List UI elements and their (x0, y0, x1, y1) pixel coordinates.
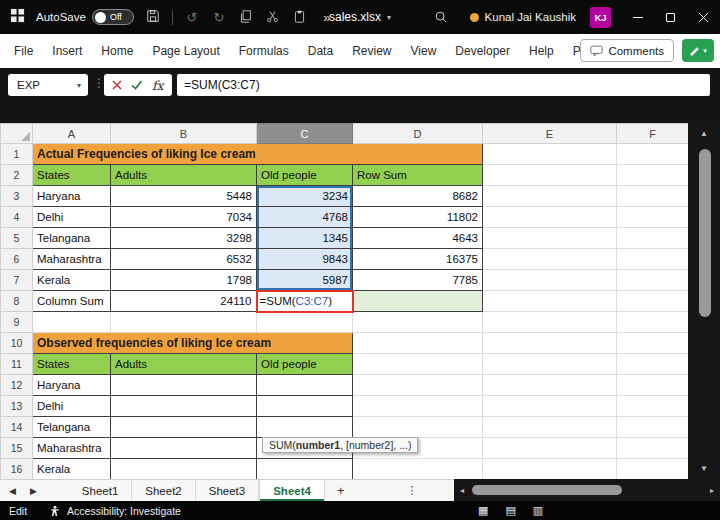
cell[interactable] (353, 396, 483, 417)
paste-clipboard-icon[interactable] (292, 10, 308, 25)
account-avatar[interactable]: KJ (590, 7, 611, 28)
cell[interactable] (617, 417, 689, 438)
close-button[interactable] (687, 0, 720, 34)
cell[interactable] (257, 312, 353, 333)
cell-D8[interactable] (353, 291, 483, 312)
copy-icon[interactable] (238, 10, 254, 25)
cell[interactable] (483, 312, 617, 333)
formula-input[interactable]: =SUM(C3:C7) (177, 74, 710, 96)
scroll-left-icon[interactable]: ◂ (460, 486, 464, 495)
cell-C14[interactable] (257, 417, 353, 438)
cell[interactable] (483, 375, 617, 396)
col-header-A[interactable]: A (33, 124, 111, 144)
cell[interactable] (617, 459, 689, 480)
cell-A14[interactable]: Telangana (33, 417, 111, 438)
cell[interactable] (353, 417, 483, 438)
cell[interactable] (483, 417, 617, 438)
cell[interactable] (483, 249, 617, 270)
cell[interactable] (353, 333, 483, 354)
cell[interactable] (617, 333, 689, 354)
ribbon-tab-view[interactable]: View (411, 44, 437, 58)
tab-overflow-icon[interactable]: ⋮ (399, 480, 426, 501)
t1-header-old-people[interactable]: Old people (257, 165, 353, 186)
cell-C5[interactable]: 1345 (257, 228, 353, 249)
add-sheet-button[interactable]: + (325, 480, 357, 501)
page-layout-view-icon[interactable]: ▤ (505, 505, 515, 516)
cell[interactable] (617, 438, 689, 459)
cell[interactable] (617, 186, 689, 207)
cell-C13[interactable] (257, 396, 353, 417)
cut-scissors-icon[interactable] (265, 10, 281, 25)
cell-B16[interactable] (111, 459, 257, 480)
sheet-tab-sheet4[interactable]: Sheet4 (259, 480, 325, 501)
next-sheet-icon[interactable]: ▶ (30, 486, 37, 496)
col-header-B[interactable]: B (111, 124, 257, 144)
cell-D5[interactable]: 4643 (353, 228, 483, 249)
row-header-16[interactable]: 16 (1, 459, 33, 480)
sheet-tab-sheet1[interactable]: Sheet1 (69, 480, 132, 501)
ribbon-tab-data[interactable]: Data (308, 44, 333, 58)
cell[interactable] (483, 144, 617, 165)
ribbon-tab-review[interactable]: Review (352, 44, 391, 58)
t1-header-states[interactable]: States (33, 165, 111, 186)
cell[interactable] (617, 312, 689, 333)
cell-A3[interactable]: Haryana (33, 186, 111, 207)
cell-C4[interactable]: 4768 (257, 207, 353, 228)
sheet-tab-sheet2[interactable]: Sheet2 (132, 480, 195, 501)
cell[interactable] (483, 459, 617, 480)
cell-B7[interactable]: 1798 (111, 270, 257, 291)
horizontal-scrollbar-thumb[interactable] (472, 485, 622, 495)
row-header-3[interactable]: 3 (1, 186, 33, 207)
row-header-10[interactable]: 10 (1, 333, 33, 354)
col-header-C[interactable]: C (257, 124, 353, 144)
cell[interactable] (353, 375, 483, 396)
ribbon-tab-help[interactable]: Help (529, 44, 554, 58)
cell[interactable] (483, 354, 617, 375)
cell-D3[interactable]: 8682 (353, 186, 483, 207)
cell-D6[interactable]: 16375 (353, 249, 483, 270)
cell-A5[interactable]: Telangana (33, 228, 111, 249)
cell[interactable] (617, 375, 689, 396)
cell-C7[interactable]: 5987 (257, 270, 353, 291)
scroll-up-icon[interactable]: ▲ (688, 129, 720, 138)
cell-A4[interactable]: Delhi (33, 207, 111, 228)
name-box[interactable]: EXP ▾ (8, 74, 88, 96)
cell[interactable] (111, 312, 257, 333)
row-header-5[interactable]: 5 (1, 228, 33, 249)
cell[interactable] (353, 354, 483, 375)
cell-C6[interactable]: 9843 (257, 249, 353, 270)
row-header-6[interactable]: 6 (1, 249, 33, 270)
col-header-F[interactable]: F (617, 124, 689, 144)
banner-observed-frequencies[interactable]: Observed frequencies of liking Ice cream (33, 333, 353, 354)
cell[interactable] (33, 312, 111, 333)
ribbon-tab-insert[interactable]: Insert (52, 44, 82, 58)
row-header-13[interactable]: 13 (1, 396, 33, 417)
cell-C12[interactable] (257, 375, 353, 396)
cell-D7[interactable]: 7785 (353, 270, 483, 291)
cell[interactable] (617, 207, 689, 228)
comments-button[interactable]: Comments (580, 39, 674, 62)
cell[interactable] (483, 270, 617, 291)
insert-function-button[interactable]: fx (152, 78, 164, 93)
scroll-right-icon[interactable]: ▸ (710, 486, 714, 495)
cell[interactable] (617, 228, 689, 249)
t2-header-adults[interactable]: Adults (111, 354, 257, 375)
cell-A15[interactable]: Maharashtra (33, 438, 111, 459)
row-header-15[interactable]: 15 (1, 438, 33, 459)
cell-A16[interactable]: Kerala (33, 459, 111, 480)
ribbon-tab-home[interactable]: Home (101, 44, 133, 58)
cell-B8[interactable]: 24110 (111, 291, 257, 312)
cell-B13[interactable] (111, 396, 257, 417)
normal-view-icon[interactable]: ▦ (478, 505, 488, 516)
t2-header-states[interactable]: States (33, 354, 111, 375)
ribbon-tab-page-layout[interactable]: Page Layout (152, 44, 219, 58)
cell-B5[interactable]: 3298 (111, 228, 257, 249)
cell[interactable] (483, 186, 617, 207)
cell-A7[interactable]: Kerala (33, 270, 111, 291)
minimize-button[interactable] (621, 0, 654, 34)
cell-B12[interactable] (111, 375, 257, 396)
ribbon-tab-developer[interactable]: Developer (455, 44, 510, 58)
redo-icon[interactable]: ↻ (211, 11, 227, 24)
col-header-D[interactable]: D (353, 124, 483, 144)
row-header-2[interactable]: 2 (1, 165, 33, 186)
